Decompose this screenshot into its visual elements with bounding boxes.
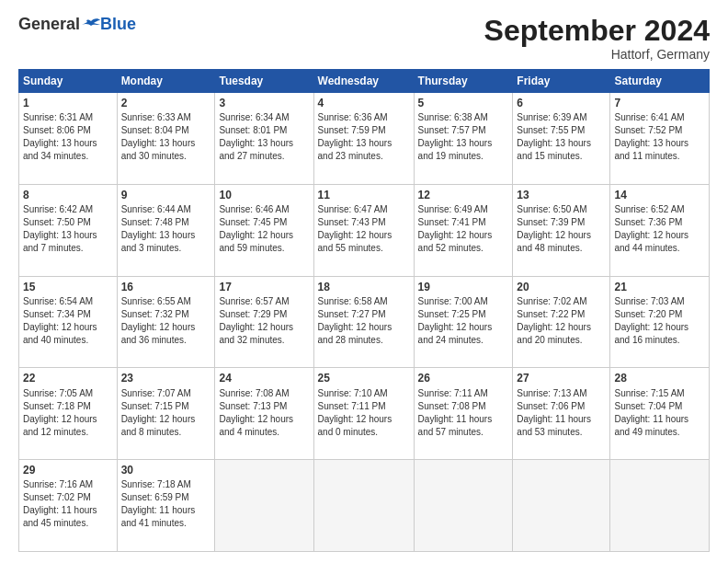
day-info: Sunrise: 7:15 AMSunset: 7:04 PMDaylight:…: [614, 387, 705, 439]
col-header-sunday: Sunday: [19, 70, 118, 93]
day-info: Sunrise: 6:39 AMSunset: 7:55 PMDaylight:…: [517, 111, 606, 163]
month-title: September 2024: [484, 15, 710, 47]
day-info: Sunrise: 6:36 AMSunset: 7:59 PMDaylight:…: [318, 111, 410, 163]
day-info: Sunrise: 6:44 AMSunset: 7:48 PMDaylight:…: [121, 203, 211, 255]
day-cell: 27Sunrise: 7:13 AMSunset: 7:06 PMDayligh…: [513, 368, 610, 460]
logo-general-text: General: [18, 15, 80, 34]
day-info: Sunrise: 7:02 AMSunset: 7:22 PMDaylight:…: [517, 295, 606, 347]
header-row: SundayMondayTuesdayWednesdayThursdayFrid…: [19, 70, 710, 93]
day-info: Sunrise: 7:13 AMSunset: 7:06 PMDaylight:…: [517, 387, 606, 439]
day-cell: 16Sunrise: 6:55 AMSunset: 7:32 PMDayligh…: [117, 276, 215, 368]
day-cell: 29Sunrise: 7:16 AMSunset: 7:02 PMDayligh…: [19, 460, 118, 552]
col-header-saturday: Saturday: [610, 70, 710, 93]
day-cell: 4Sunrise: 6:36 AMSunset: 7:59 PMDaylight…: [313, 93, 414, 185]
day-number: 27: [517, 371, 606, 385]
day-info: Sunrise: 6:34 AMSunset: 8:01 PMDaylight:…: [219, 111, 309, 163]
day-cell: 28Sunrise: 7:15 AMSunset: 7:04 PMDayligh…: [610, 368, 710, 460]
day-number: 14: [614, 188, 705, 202]
day-number: 10: [219, 188, 309, 202]
day-cell: 26Sunrise: 7:11 AMSunset: 7:08 PMDayligh…: [414, 368, 513, 460]
day-number: 15: [23, 280, 113, 294]
day-info: Sunrise: 7:11 AMSunset: 7:08 PMDaylight:…: [418, 387, 509, 439]
day-cell: 15Sunrise: 6:54 AMSunset: 7:34 PMDayligh…: [19, 276, 118, 368]
col-header-monday: Monday: [117, 70, 215, 93]
day-cell: 11Sunrise: 6:47 AMSunset: 7:43 PMDayligh…: [313, 184, 414, 276]
day-cell: 25Sunrise: 7:10 AMSunset: 7:11 PMDayligh…: [313, 368, 414, 460]
day-number: 9: [121, 188, 211, 202]
day-cell: 9Sunrise: 6:44 AMSunset: 7:48 PMDaylight…: [117, 184, 215, 276]
day-cell: 2Sunrise: 6:33 AMSunset: 8:04 PMDaylight…: [117, 93, 215, 185]
day-cell: 30Sunrise: 7:18 AMSunset: 6:59 PMDayligh…: [117, 460, 215, 552]
day-number: 5: [418, 96, 509, 110]
day-cell: 14Sunrise: 6:52 AMSunset: 7:36 PMDayligh…: [610, 184, 710, 276]
day-number: 3: [219, 96, 309, 110]
week-row-3: 15Sunrise: 6:54 AMSunset: 7:34 PMDayligh…: [19, 276, 710, 368]
day-cell: 22Sunrise: 7:05 AMSunset: 7:18 PMDayligh…: [19, 368, 118, 460]
day-number: 7: [614, 96, 705, 110]
day-cell: 18Sunrise: 6:58 AMSunset: 7:27 PMDayligh…: [313, 276, 414, 368]
day-info: Sunrise: 6:47 AMSunset: 7:43 PMDaylight:…: [318, 203, 410, 255]
location-text: Hattorf, Germany: [484, 47, 710, 62]
day-number: 1: [23, 96, 113, 110]
title-block: September 2024 Hattorf, Germany: [484, 15, 710, 62]
logo: General Blue: [18, 15, 136, 34]
day-number: 17: [219, 280, 309, 294]
col-header-wednesday: Wednesday: [313, 70, 414, 93]
col-header-friday: Friday: [513, 70, 610, 93]
day-number: 20: [517, 280, 606, 294]
day-cell: 3Sunrise: 6:34 AMSunset: 8:01 PMDaylight…: [215, 93, 313, 185]
day-cell: [610, 460, 710, 552]
logo-text: General Blue: [18, 15, 136, 34]
day-info: Sunrise: 6:55 AMSunset: 7:32 PMDaylight:…: [121, 295, 211, 347]
day-number: 12: [418, 188, 509, 202]
day-number: 29: [23, 463, 113, 477]
day-number: 4: [318, 96, 410, 110]
day-number: 24: [219, 371, 309, 385]
day-cell: 23Sunrise: 7:07 AMSunset: 7:15 PMDayligh…: [117, 368, 215, 460]
day-cell: 5Sunrise: 6:38 AMSunset: 7:57 PMDaylight…: [414, 93, 513, 185]
day-info: Sunrise: 7:07 AMSunset: 7:15 PMDaylight:…: [121, 387, 211, 439]
day-number: 30: [121, 463, 211, 477]
day-number: 2: [121, 96, 211, 110]
day-cell: 17Sunrise: 6:57 AMSunset: 7:29 PMDayligh…: [215, 276, 313, 368]
col-header-thursday: Thursday: [414, 70, 513, 93]
day-info: Sunrise: 6:31 AMSunset: 8:06 PMDaylight:…: [23, 111, 113, 163]
day-cell: 13Sunrise: 6:50 AMSunset: 7:39 PMDayligh…: [513, 184, 610, 276]
day-cell: 7Sunrise: 6:41 AMSunset: 7:52 PMDaylight…: [610, 93, 710, 185]
day-cell: [313, 460, 414, 552]
day-info: Sunrise: 6:33 AMSunset: 8:04 PMDaylight:…: [121, 111, 211, 163]
calendar-table: SundayMondayTuesdayWednesdayThursdayFrid…: [18, 69, 710, 552]
day-info: Sunrise: 7:08 AMSunset: 7:13 PMDaylight:…: [219, 387, 309, 439]
day-cell: 10Sunrise: 6:46 AMSunset: 7:45 PMDayligh…: [215, 184, 313, 276]
day-info: Sunrise: 6:46 AMSunset: 7:45 PMDaylight:…: [219, 203, 309, 255]
header: General Blue September 2024 Hattorf, Ger…: [18, 15, 710, 62]
day-number: 26: [418, 371, 509, 385]
day-cell: 6Sunrise: 6:39 AMSunset: 7:55 PMDaylight…: [513, 93, 610, 185]
day-info: Sunrise: 7:03 AMSunset: 7:20 PMDaylight:…: [614, 295, 705, 347]
day-cell: 20Sunrise: 7:02 AMSunset: 7:22 PMDayligh…: [513, 276, 610, 368]
day-cell: 21Sunrise: 7:03 AMSunset: 7:20 PMDayligh…: [610, 276, 710, 368]
day-number: 18: [318, 280, 410, 294]
day-info: Sunrise: 6:50 AMSunset: 7:39 PMDaylight:…: [517, 203, 606, 255]
day-cell: [414, 460, 513, 552]
day-info: Sunrise: 6:38 AMSunset: 7:57 PMDaylight:…: [418, 111, 509, 163]
day-info: Sunrise: 6:42 AMSunset: 7:50 PMDaylight:…: [23, 203, 113, 255]
day-cell: 1Sunrise: 6:31 AMSunset: 8:06 PMDaylight…: [19, 93, 118, 185]
day-cell: 24Sunrise: 7:08 AMSunset: 7:13 PMDayligh…: [215, 368, 313, 460]
day-info: Sunrise: 7:16 AMSunset: 7:02 PMDaylight:…: [23, 478, 113, 530]
day-cell: 19Sunrise: 7:00 AMSunset: 7:25 PMDayligh…: [414, 276, 513, 368]
day-cell: [215, 460, 313, 552]
week-row-1: 1Sunrise: 6:31 AMSunset: 8:06 PMDaylight…: [19, 93, 710, 185]
day-number: 13: [517, 188, 606, 202]
day-number: 19: [418, 280, 509, 294]
day-info: Sunrise: 6:52 AMSunset: 7:36 PMDaylight:…: [614, 203, 705, 255]
col-header-tuesday: Tuesday: [215, 70, 313, 93]
day-cell: 8Sunrise: 6:42 AMSunset: 7:50 PMDaylight…: [19, 184, 118, 276]
day-number: 6: [517, 96, 606, 110]
day-number: 22: [23, 371, 113, 385]
day-number: 21: [614, 280, 705, 294]
day-info: Sunrise: 7:05 AMSunset: 7:18 PMDaylight:…: [23, 387, 113, 439]
day-cell: [513, 460, 610, 552]
day-number: 28: [614, 371, 705, 385]
logo-bird-icon: [82, 17, 100, 32]
